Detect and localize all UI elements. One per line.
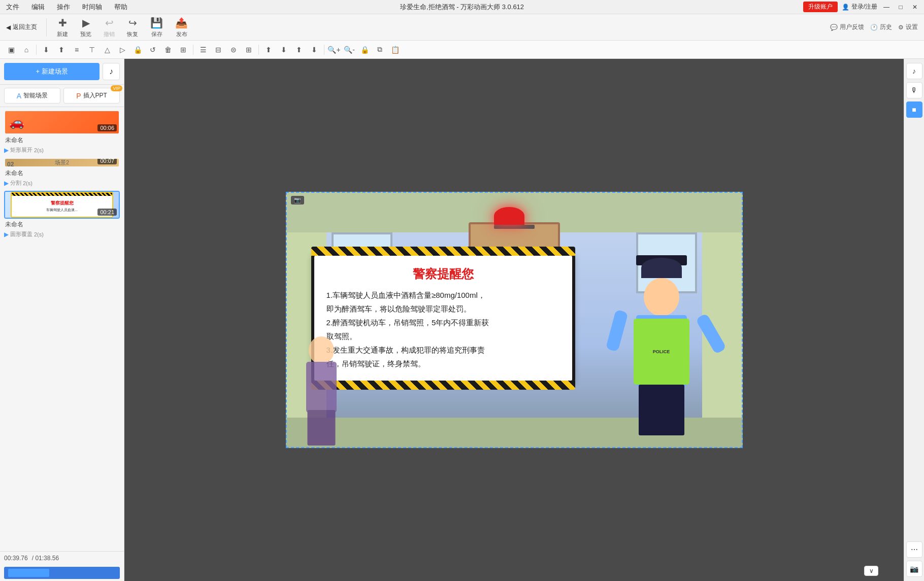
car-icon: 🚗 xyxy=(9,115,24,129)
scene-duration-3: 00:21 xyxy=(97,209,117,216)
upgrade-button[interactable]: 升级账户 xyxy=(803,2,838,12)
siren-light xyxy=(494,207,524,225)
scene-thumb-wrapper-2: 02 场景2 00:07 xyxy=(4,158,120,167)
warning-stripe-top xyxy=(311,247,575,256)
format-divider-2 xyxy=(193,45,193,55)
menu-timeline[interactable]: 时间轴 xyxy=(80,2,104,13)
warning-frame[interactable]: 警察提醒您 1.车辆驾驶人员血液中酒精含量≥80mg/100ml， 即为醉酒驾车… xyxy=(311,253,575,384)
copy-btn[interactable]: ⧉ xyxy=(373,43,387,56)
main-toolbar: ◀ 返回主页 ✚ 新建 ▶ 预览 ↩ 撤销 ↪ 恢复 💾 保存 📤 发布 💬 用… xyxy=(0,14,924,41)
side-active-button[interactable]: ■ xyxy=(906,101,922,118)
police-figure: POLICE xyxy=(611,255,712,448)
top-bar-right: 升级账户 👤 登录/注册 — □ ✕ xyxy=(803,2,920,12)
close-button[interactable]: ✕ xyxy=(910,2,920,12)
female-figure xyxy=(301,336,342,448)
format-btn-9[interactable]: 🔒 xyxy=(130,43,145,56)
canvas-wrapper: 警察提醒您 1.车辆驾驶人员血液中酒精含量≥80mg/100ml， 即为醉酒驾车… xyxy=(286,192,743,448)
format-btn-13[interactable]: ☰ xyxy=(196,43,210,56)
menu-bar: 文件 编辑 操作 时间轴 帮助 xyxy=(4,2,129,13)
format-bar: ▣ ⌂ ⬇ ⬆ ≡ ⊤ △ ▷ 🔒 ↺ 🗑 ⊞ ☰ ⊟ ⊜ ⊞ ⬆ ⬇ ⬆ ⬇ … xyxy=(0,41,924,59)
insert-ppt-button[interactable]: P 插入PPT VIP xyxy=(63,88,120,104)
format-btn-7[interactable]: △ xyxy=(100,43,114,56)
new-icon: ✚ xyxy=(58,17,67,29)
menu-help[interactable]: 帮助 xyxy=(112,2,129,13)
collapse-canvas-button[interactable]: ∨ xyxy=(864,566,878,576)
scene-transition-1: ▶ 矩形展开 2(s) xyxy=(4,146,120,154)
canvas-content: 警察提醒您 1.车辆驾驶人员血液中酒精含量≥80mg/100ml， 即为醉酒驾车… xyxy=(286,192,743,448)
list-item[interactable]: 02 场景2 00:07 未命名 ▶ 分割 2(s) xyxy=(4,158,120,187)
ppt-icon: P xyxy=(76,92,81,100)
transition-icon-1: ▶ xyxy=(4,147,9,154)
top-bar: 文件 编辑 操作 时间轴 帮助 珍爱生命,拒绝酒驾 - 万彩动画大师 3.0.6… xyxy=(0,0,924,14)
scene-num-2: 02 xyxy=(7,161,14,167)
format-btn-17[interactable]: ⬆ xyxy=(261,43,276,56)
format-btn-19[interactable]: ⬆ xyxy=(292,43,306,56)
scene-meta-1: 未命名 xyxy=(4,134,120,146)
feedback-icon: 💬 xyxy=(830,24,838,31)
format-divider-3 xyxy=(258,45,259,55)
format-btn-8[interactable]: ▷ xyxy=(115,43,129,56)
format-btn-2[interactable]: ⌂ xyxy=(19,43,34,56)
new-scene-button[interactable]: + 新建场景 xyxy=(4,63,100,80)
left-panel-bottom: 00:39.76 / 01:38.56 xyxy=(0,551,124,565)
history-button[interactable]: 🕐 历史 xyxy=(870,23,892,31)
scene-transition-3: ▶ 圆形覆盖 2(s) xyxy=(4,230,120,238)
maximize-button[interactable]: □ xyxy=(896,2,906,12)
warning-text: 1.车辆驾驶人员血液中酒精含量≥80mg/100ml， 即为醉酒驾车，将以危险驾… xyxy=(326,288,560,370)
canvas-area: 警察提醒您 1.车辆驾驶人员血液中酒精含量≥80mg/100ml， 即为醉酒驾车… xyxy=(124,59,904,581)
minimize-button[interactable]: — xyxy=(881,2,892,12)
ai-icon: A xyxy=(17,92,21,100)
format-btn-15[interactable]: ⊜ xyxy=(226,43,241,56)
format-btn-1[interactable]: ▣ xyxy=(4,43,18,56)
vip-badge: VIP xyxy=(111,85,122,91)
format-btn-10[interactable]: ↺ xyxy=(146,43,160,56)
redo-button[interactable]: ↪ 恢复 xyxy=(122,15,143,40)
redo-icon: ↪ xyxy=(128,17,137,29)
format-btn-18[interactable]: ⬇ xyxy=(277,43,291,56)
scene-duration-1: 00:06 xyxy=(97,124,117,131)
music-button[interactable]: ♪ xyxy=(103,63,120,80)
list-item[interactable]: 🚗 00:06 未命名 ▶ 矩形展开 2(s) xyxy=(4,110,120,154)
save-button[interactable]: 💾 保存 xyxy=(145,15,168,40)
paste-btn[interactable]: 📋 xyxy=(388,43,402,56)
toolbar-right: 💬 用户反馈 🕐 历史 ⚙ 设置 xyxy=(830,23,918,31)
settings-button[interactable]: ⚙ 设置 xyxy=(898,23,918,31)
progress-bar xyxy=(4,567,120,579)
format-btn-14[interactable]: ⊟ xyxy=(211,43,225,56)
side-music-button[interactable]: ♪ xyxy=(906,63,922,79)
side-record-button[interactable]: 🎙 xyxy=(906,82,922,98)
format-btn-11[interactable]: 🗑 xyxy=(161,43,175,56)
side-screenshot-button[interactable]: 📷 xyxy=(906,561,922,577)
menu-file[interactable]: 文件 xyxy=(4,2,21,13)
format-btn-4[interactable]: ⬆ xyxy=(54,43,69,56)
zoom-out-btn[interactable]: 🔍- xyxy=(342,43,356,56)
format-btn-16[interactable]: ⊞ xyxy=(242,43,256,56)
menu-operate[interactable]: 操作 xyxy=(55,2,72,13)
menu-edit[interactable]: 编辑 xyxy=(29,2,47,13)
current-time: 00:39.76 xyxy=(4,555,28,562)
format-btn-5[interactable]: ≡ xyxy=(70,43,84,56)
scene-meta-2: 未命名 xyxy=(4,167,120,179)
zoom-in-btn[interactable]: 🔍+ xyxy=(327,43,341,56)
toolbar-divider-1 xyxy=(46,18,47,37)
format-btn-20[interactable]: ⬇ xyxy=(307,43,321,56)
user-button[interactable]: 👤 登录/注册 xyxy=(842,3,877,11)
warning-stripe-bottom xyxy=(311,381,575,390)
undo-button[interactable]: ↩ 撤销 xyxy=(98,15,120,40)
ai-scene-button[interactable]: A 智能场景 xyxy=(4,88,60,104)
scene-meta-3: 未命名 xyxy=(4,219,120,230)
format-btn-6[interactable]: ⊤ xyxy=(85,43,99,56)
format-btn-3[interactable]: ⬇ xyxy=(39,43,53,56)
lock-btn[interactable]: 🔒 xyxy=(357,43,372,56)
preview-button[interactable]: ▶ 预览 xyxy=(75,15,96,40)
list-item[interactable]: 03 警察提醒您 车辆驾驶人员血液... 00:21 xyxy=(4,191,120,238)
transition-icon-2: ▶ xyxy=(4,180,9,187)
feedback-button[interactable]: 💬 用户反馈 xyxy=(830,23,864,31)
format-divider-4 xyxy=(324,45,324,55)
format-btn-12[interactable]: ⊞ xyxy=(176,43,190,56)
publish-button[interactable]: 📤 发布 xyxy=(170,15,193,40)
back-home-button[interactable]: ◀ 返回主页 xyxy=(6,23,37,31)
scene-duration-2: 00:07 xyxy=(97,158,117,164)
new-button[interactable]: ✚ 新建 xyxy=(52,15,73,40)
side-more-button[interactable]: ⋯ xyxy=(906,541,922,558)
